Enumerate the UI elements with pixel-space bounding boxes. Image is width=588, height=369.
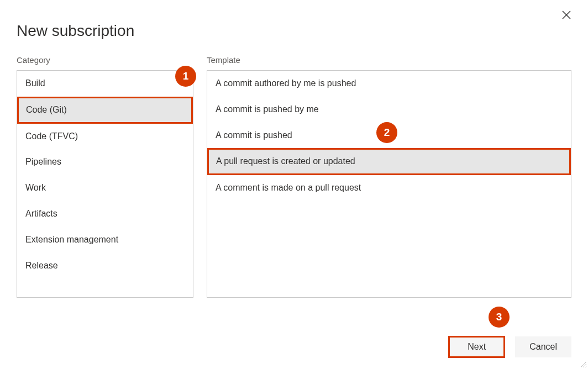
template-item-commit-pushed-by-me[interactable]: A commit is pushed by me bbox=[207, 97, 571, 123]
category-item-extension-management[interactable]: Extension management bbox=[17, 227, 193, 253]
callout-2: 2 bbox=[376, 122, 397, 143]
category-item-code-git[interactable]: Code (Git) bbox=[17, 97, 193, 124]
category-item-artifacts[interactable]: Artifacts bbox=[17, 201, 193, 227]
template-listbox[interactable]: A commit authored by me is pushed A comm… bbox=[207, 70, 571, 298]
category-item-build[interactable]: Build bbox=[17, 71, 193, 97]
svg-line-4 bbox=[585, 366, 586, 367]
content-area: Category Build Code (Git) Code (TFVC) Pi… bbox=[0, 40, 588, 298]
category-item-code-tfvc[interactable]: Code (TFVC) bbox=[17, 124, 193, 150]
cancel-button[interactable]: Cancel bbox=[515, 336, 571, 357]
category-item-work[interactable]: Work bbox=[17, 175, 193, 201]
close-button[interactable] bbox=[561, 10, 573, 21]
next-button[interactable]: Next bbox=[448, 336, 505, 358]
dialog-title: New subscription bbox=[0, 0, 588, 40]
resize-handle-icon bbox=[579, 360, 587, 368]
button-row: Next Cancel bbox=[448, 336, 571, 358]
close-icon bbox=[561, 10, 571, 20]
template-item-commit-authored-pushed[interactable]: A commit authored by me is pushed bbox=[207, 71, 571, 97]
callout-1: 1 bbox=[175, 66, 196, 87]
template-item-comment-on-pr[interactable]: A comment is made on a pull request bbox=[207, 175, 571, 201]
category-label: Category bbox=[17, 55, 193, 65]
callout-3: 3 bbox=[489, 307, 510, 328]
category-column: Category Build Code (Git) Code (TFVC) Pi… bbox=[17, 55, 193, 298]
category-listbox[interactable]: Build Code (Git) Code (TFVC) Pipelines W… bbox=[17, 70, 193, 298]
category-item-pipelines[interactable]: Pipelines bbox=[17, 149, 193, 175]
category-item-release[interactable]: Release bbox=[17, 253, 193, 279]
template-label: Template bbox=[207, 55, 571, 65]
template-item-pr-created-or-updated[interactable]: A pull request is created or updated bbox=[207, 148, 571, 175]
template-column: Template A commit authored by me is push… bbox=[207, 55, 571, 298]
